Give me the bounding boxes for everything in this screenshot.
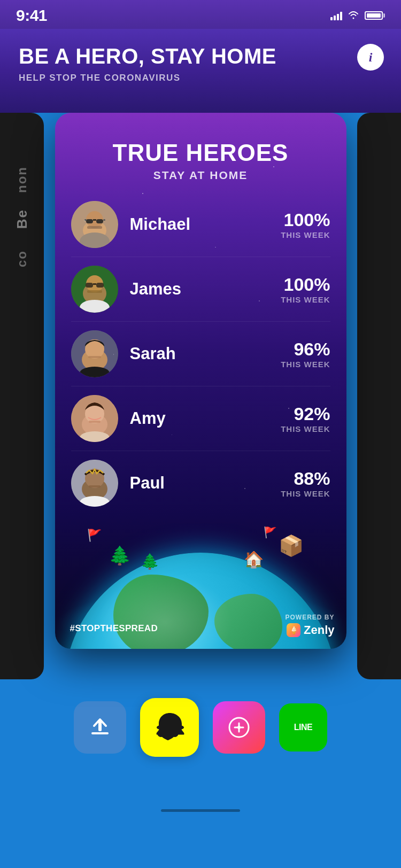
zenly-brand: 🍦 Zenly — [285, 623, 334, 637]
svg-rect-3 — [86, 219, 93, 223]
line-icon: LINE — [294, 723, 312, 732]
svg-rect-15 — [93, 283, 96, 285]
card-subtitle: STAY AT HOME — [71, 169, 330, 182]
list-item: Sarah 96% THIS WEEK — [71, 322, 330, 386]
status-bar: 9:41 — [0, 0, 401, 29]
line-app-button[interactable]: LINE — [279, 703, 327, 751]
hero-period: THIS WEEK — [281, 489, 330, 498]
svg-rect-7 — [103, 219, 105, 221]
flag-icon-2: 🚩 — [264, 526, 277, 539]
hero-stats: 88% THIS WEEK — [281, 468, 330, 498]
hero-period: THIS WEEK — [281, 360, 330, 369]
zenly-icon: 🍦 — [287, 623, 300, 637]
side-card-right — [357, 113, 401, 679]
snapchat-button[interactable] — [140, 698, 199, 757]
house-icon: 🏠 — [244, 550, 264, 569]
powered-by-section: POWERED BY 🍦 Zenly — [285, 614, 334, 637]
svg-point-38 — [237, 726, 241, 729]
svg-rect-17 — [87, 290, 102, 293]
upload-icon — [88, 715, 112, 740]
svg-rect-33 — [91, 732, 109, 734]
side-left-text3: co — [14, 250, 29, 267]
avatar — [71, 266, 118, 313]
upload-button[interactable] — [74, 701, 126, 754]
list-item: Paul 88% THIS WEEK — [71, 451, 330, 515]
hero-period: THIS WEEK — [281, 230, 330, 239]
hero-list: Michael 100% THIS WEEK — [55, 192, 346, 515]
box-icon: 📦 — [279, 534, 304, 557]
side-left-text2: Be — [14, 209, 30, 229]
main-content: non Be co TRUE HEROES STAY AT HOME — [0, 113, 401, 818]
zenly-app-icon — [227, 715, 251, 740]
svg-rect-13 — [86, 283, 93, 288]
dock: LINE — [74, 698, 327, 757]
zenly-app-button[interactable] — [213, 701, 265, 754]
svg-rect-5 — [93, 219, 96, 221]
signal-icon — [330, 11, 342, 20]
zenly-brand-name: Zenly — [304, 623, 334, 637]
svg-rect-4 — [96, 219, 103, 223]
snapchat-icon — [152, 710, 187, 745]
svg-rect-9 — [87, 226, 102, 229]
hero-percent: 92% — [281, 404, 330, 424]
info-icon: i — [369, 50, 373, 65]
svg-rect-6 — [84, 219, 87, 221]
bottom-dock-area: LINE — [0, 663, 401, 818]
tree-icon: 🌲 — [109, 545, 131, 566]
hero-percent: 88% — [281, 468, 330, 489]
hero-stats: 92% THIS WEEK — [281, 404, 330, 433]
powered-by-text: POWERED BY — [285, 614, 334, 621]
avatar — [71, 201, 118, 248]
hero-name: Amy — [130, 409, 281, 428]
hero-percent: 100% — [281, 210, 330, 230]
avatar — [71, 460, 118, 507]
home-indicator — [161, 809, 240, 812]
hero-stats: 96% THIS WEEK — [281, 339, 330, 369]
list-item: James 100% THIS WEEK — [71, 257, 330, 322]
hero-percent: 96% — [281, 339, 330, 360]
tree-icon-2: 🌲 — [141, 553, 159, 570]
card-title: TRUE HEROES — [71, 140, 330, 166]
hero-period: THIS WEEK — [281, 295, 330, 304]
flag-icon: 🚩 — [87, 529, 102, 542]
header: BE A HERO, STAY HOME HELP STOP THE CORON… — [0, 29, 401, 113]
svg-rect-22 — [88, 356, 101, 358]
svg-rect-26 — [89, 421, 101, 423]
hero-stats: 100% THIS WEEK — [281, 274, 330, 304]
side-left-text1: non — [14, 166, 29, 193]
avatar — [71, 330, 118, 377]
list-item: Michael 100% THIS WEEK — [71, 192, 330, 257]
hero-period: THIS WEEK — [281, 424, 330, 433]
svg-rect-14 — [96, 283, 104, 288]
header-title: BE A HERO, STAY HOME — [19, 44, 318, 68]
svg-rect-31 — [89, 485, 101, 487]
main-card[interactable]: TRUE HEROES STAY AT HOME — [55, 113, 346, 649]
hero-name: Sarah — [130, 344, 281, 363]
hashtag-label: #STOPTHESPREAD — [70, 623, 158, 634]
status-time: 9:41 — [16, 6, 47, 25]
hero-stats: 100% THIS WEEK — [281, 210, 330, 239]
hero-percent: 100% — [281, 274, 330, 295]
list-item: Amy 92% THIS WEEK — [71, 386, 330, 451]
battery-icon — [365, 11, 385, 20]
header-subtitle: HELP STOP THE CORONAVIRUS — [19, 73, 382, 83]
side-card-left: non Be co — [0, 113, 44, 679]
avatar — [71, 395, 118, 442]
globe-section: 🚩 🚩 🌲 🌲 📦 🏠 #STOPTHESPREAD POWERED BY 🍦 … — [55, 523, 346, 649]
hero-name: James — [130, 280, 281, 299]
status-icons — [330, 10, 385, 22]
info-button[interactable]: i — [357, 44, 384, 71]
card-header: TRUE HEROES STAY AT HOME — [55, 113, 346, 192]
wifi-icon — [348, 10, 359, 22]
hero-name: Michael — [130, 215, 281, 234]
hero-name: Paul — [130, 474, 281, 493]
